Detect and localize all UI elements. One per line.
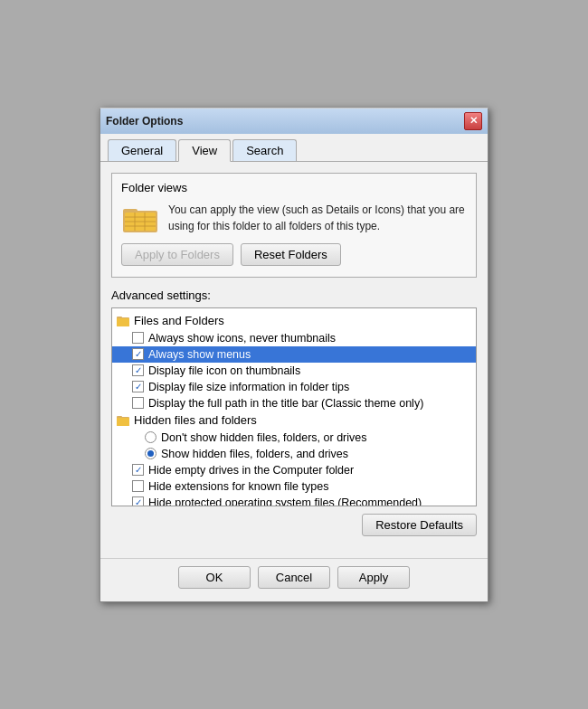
item-display-file-size[interactable]: Display file size information in folder …	[112, 379, 476, 395]
item-always-show-icons[interactable]: Always show icons, never thumbnails	[112, 330, 476, 346]
bottom-buttons: OK Cancel Apply	[100, 558, 488, 601]
close-button[interactable]: ✕	[464, 112, 482, 130]
folder-options-window: Folder Options ✕ General View Search Fol…	[100, 108, 488, 602]
reset-folders-button[interactable]: Reset Folders	[241, 243, 341, 266]
item-label-hide-protected: Hide protected operating system files (R…	[148, 496, 422, 506]
tab-view-content: Folder views	[100, 162, 488, 558]
folder-views-description: You can apply the view (such as Details …	[168, 202, 467, 234]
tab-view[interactable]: View	[178, 139, 231, 162]
tab-search[interactable]: Search	[232, 139, 297, 161]
cancel-button[interactable]: Cancel	[258, 566, 330, 589]
settings-list: Files and Folders Always show icons, nev…	[112, 308, 476, 506]
title-bar: Folder Options ✕	[100, 109, 488, 134]
item-label-display-file-size: Display file size information in folder …	[148, 381, 349, 393]
folder-views-buttons: Apply to Folders Reset Folders	[121, 243, 467, 266]
checkbox-hide-extensions[interactable]	[132, 480, 144, 492]
group-label-files-folders: Files and Folders	[134, 314, 224, 327]
folder-group-icon	[116, 314, 130, 328]
group-label-hidden-files: Hidden files and folders	[134, 413, 257, 427]
item-show-hidden[interactable]: Show hidden files, folders, and drives	[112, 446, 476, 462]
folder-hidden-icon	[116, 413, 130, 428]
item-display-full-path[interactable]: Display the full path in the title bar (…	[112, 395, 476, 411]
restore-defaults-row: Restore Defaults	[111, 514, 477, 536]
settings-list-container[interactable]: Files and Folders Always show icons, nev…	[111, 307, 477, 506]
item-label-display-full-path: Display the full path in the title bar (…	[148, 397, 423, 410]
tabs-bar: General View Search	[100, 134, 488, 162]
checkbox-always-show-icons[interactable]	[132, 332, 144, 344]
apply-button[interactable]: Apply	[337, 566, 410, 589]
item-label-show-hidden: Show hidden files, folders, and drives	[161, 448, 348, 460]
advanced-settings-label: Advanced settings:	[111, 288, 477, 302]
checkbox-always-show-menus[interactable]	[132, 348, 144, 360]
item-always-show-menus[interactable]: Always show menus	[112, 346, 476, 363]
checkbox-display-file-size[interactable]	[132, 381, 144, 392]
checkbox-display-file-icon[interactable]	[132, 364, 144, 376]
item-dont-show-hidden[interactable]: Don't show hidden files, folders, or dri…	[112, 430, 476, 446]
item-label-always-show-icons: Always show icons, never thumbnails	[148, 332, 336, 345]
item-hide-extensions[interactable]: Hide extensions for known file types	[112, 478, 476, 495]
checkbox-display-full-path[interactable]	[132, 397, 144, 409]
checkbox-hide-empty-drives[interactable]	[132, 464, 144, 476]
group-header-hidden-files: Hidden files and folders	[112, 411, 476, 430]
folder-views-title: Folder views	[121, 181, 467, 194]
apply-to-folders-button[interactable]: Apply to Folders	[121, 243, 233, 266]
item-hide-empty-drives[interactable]: Hide empty drives in the Computer folder	[112, 462, 476, 478]
item-label-dont-show-hidden: Don't show hidden files, folders, or dri…	[161, 431, 367, 444]
item-display-file-icon[interactable]: Display file icon on thumbnails	[112, 363, 476, 379]
group-header-files-folders: Files and Folders	[112, 312, 476, 330]
ok-button[interactable]: OK	[178, 566, 251, 589]
item-label-always-show-menus: Always show menus	[148, 348, 251, 361]
restore-defaults-button[interactable]: Restore Defaults	[362, 514, 477, 536]
checkbox-hide-protected[interactable]	[132, 496, 144, 506]
item-label-hide-empty-drives: Hide empty drives in the Computer folder	[148, 464, 354, 477]
window-title: Folder Options	[106, 115, 183, 128]
folder-icon	[121, 202, 159, 234]
svg-rect-10	[117, 318, 129, 326]
item-label-hide-extensions: Hide extensions for known file types	[148, 480, 328, 493]
folder-views-section: Folder views	[111, 173, 477, 278]
radio-show-hidden[interactable]	[145, 448, 156, 459]
svg-rect-13	[117, 418, 129, 426]
tab-general[interactable]: General	[108, 139, 176, 161]
radio-dont-show-hidden[interactable]	[145, 431, 156, 443]
item-hide-protected[interactable]: Hide protected operating system files (R…	[112, 495, 476, 506]
folder-views-inner: You can apply the view (such as Details …	[121, 202, 467, 234]
item-label-display-file-icon: Display file icon on thumbnails	[148, 364, 300, 377]
